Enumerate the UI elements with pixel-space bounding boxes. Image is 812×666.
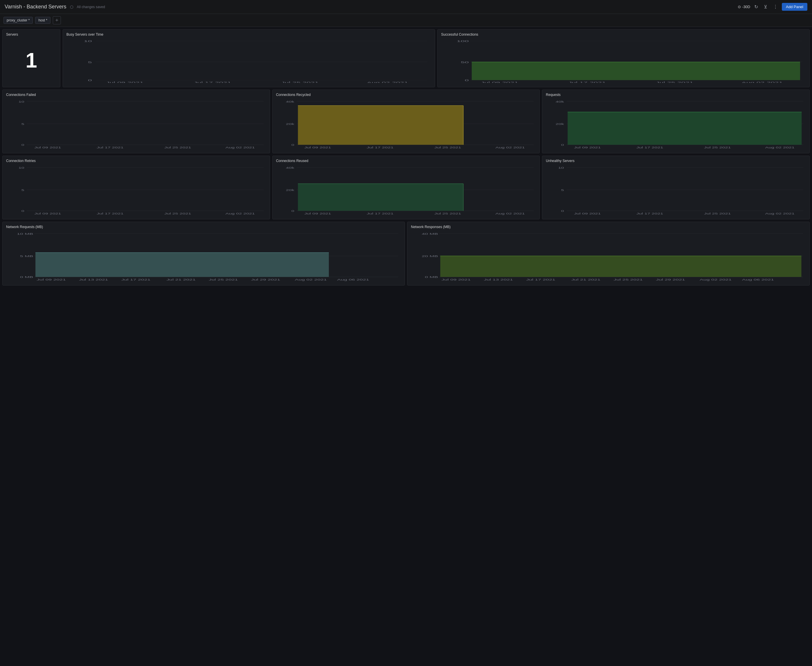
svg-text:10: 10 (18, 166, 24, 169)
svg-text:0 MB: 0 MB (20, 275, 33, 279)
refresh-button[interactable]: ↻ (752, 3, 760, 11)
svg-text:Jul 29 2021: Jul 29 2021 (656, 278, 685, 281)
plus-icon: + (55, 17, 59, 23)
svg-text:Aug 02 2021: Aug 02 2021 (495, 146, 525, 149)
svg-rect-16 (472, 62, 800, 80)
add-panel-button[interactable]: Add Panel (782, 3, 807, 11)
svg-rect-38 (298, 106, 463, 145)
svg-text:Jul 21 2021: Jul 21 2021 (167, 278, 196, 281)
svg-text:Jul 17 2021: Jul 17 2021 (637, 146, 663, 149)
connections-recycled-chart: 40k 20k 0 Jul 09 2021 Jul 17 2021 Jul 25… (276, 99, 536, 149)
svg-text:0: 0 (21, 209, 24, 213)
svg-text:Jul 09 2021: Jul 09 2021 (304, 212, 331, 215)
svg-text:Jul 17 2021: Jul 17 2021 (97, 146, 124, 149)
panel-busy-title: Busy Servers over Time (66, 33, 431, 36)
svg-text:Aug 02 2021: Aug 02 2021 (495, 212, 525, 215)
svg-text:Jul 25 2021: Jul 25 2021 (281, 81, 319, 83)
panel-unhealthy-servers: Unhealthy Servers 10 5 0 Jul 09 2021 Jul… (542, 156, 810, 219)
filter-proxy-cluster[interactable]: proxy_cluster * (3, 17, 33, 24)
svg-text:Jul 29 2021: Jul 29 2021 (251, 278, 280, 281)
svg-text:Jul 25 2021: Jul 25 2021 (164, 212, 191, 215)
more-options-button[interactable]: ⋮ (771, 3, 779, 11)
svg-rect-73 (298, 184, 463, 211)
network-responses-chart: 40 MB 20 MB 0 MB Jul 09 2021 Jul 13 2021… (411, 231, 806, 281)
panel-connections-recycled: Connections Recycled 40k 20k 0 Jul 09 20… (272, 89, 540, 153)
share-icon[interactable]: ⬡ (70, 5, 73, 9)
svg-text:40k: 40k (556, 100, 564, 103)
svg-text:Jul 25 2021: Jul 25 2021 (434, 146, 461, 149)
svg-rect-51 (568, 112, 802, 145)
svg-text:10: 10 (84, 40, 92, 43)
svg-text:Jul 21 2021: Jul 21 2021 (571, 278, 600, 281)
panel-cret-title: Connection Retries (6, 159, 266, 163)
time-range[interactable]: ⊙ -30D (738, 5, 750, 9)
successful-connections-chart: 100 50 0 Jul 09 2021 Jul 17 2021 Jul 25 … (441, 38, 806, 83)
panel-nresp-title: Network Responses (MB) (411, 225, 806, 229)
svg-text:50: 50 (461, 61, 469, 64)
svg-text:40k: 40k (286, 100, 294, 103)
svg-text:Jul 17 2021: Jul 17 2021 (637, 212, 663, 215)
panel-connection-retries: Connection Retries 10 5 0 Jul 09 2021 Ju… (2, 156, 270, 219)
svg-text:5: 5 (21, 122, 24, 125)
time-range-value: -30D (742, 5, 750, 9)
svg-text:0: 0 (21, 143, 24, 147)
svg-text:Aug 02 2021: Aug 02 2021 (225, 212, 255, 215)
svg-text:5: 5 (88, 61, 92, 64)
panel-busy-servers: Busy Servers over Time 10 5 0 Jul 09 202… (63, 29, 435, 87)
svg-text:20k: 20k (286, 122, 294, 125)
svg-text:0: 0 (561, 143, 564, 147)
panel-nr-title: Network Requests (MB) (6, 225, 401, 229)
svg-text:Aug 02 2021: Aug 02 2021 (225, 146, 255, 149)
panel-servers-title: Servers (6, 33, 56, 36)
panel-network-responses: Network Responses (MB) 40 MB 20 MB 0 MB … (407, 222, 810, 285)
row-4: Network Requests (MB) 10 MB 5 MB 0 MB Ju… (2, 222, 810, 285)
svg-text:Jul 09 2021: Jul 09 2021 (106, 81, 144, 83)
saved-status: All changes saved (77, 5, 734, 9)
svg-text:Jul 25 2021: Jul 25 2021 (164, 146, 191, 149)
unhealthy-servers-chart: 10 5 0 Jul 09 2021 Jul 17 2021 Jul 25 20… (546, 165, 806, 215)
svg-text:Jul 17 2021: Jul 17 2021 (367, 146, 394, 149)
svg-text:100: 100 (457, 40, 469, 43)
svg-text:0: 0 (465, 79, 469, 82)
svg-text:Jul 25 2021: Jul 25 2021 (209, 278, 238, 281)
svg-text:20k: 20k (286, 188, 294, 191)
panel-sc-title: Successful Connections (441, 33, 806, 36)
svg-text:40 MB: 40 MB (422, 232, 438, 235)
network-requests-chart: 10 MB 5 MB 0 MB Jul 09 2021 Jul 13 2021 … (6, 231, 401, 281)
svg-text:Jul 17 2021: Jul 17 2021 (367, 212, 394, 215)
filter-button[interactable]: ⊻ (762, 3, 769, 11)
svg-text:Jul 09 2021: Jul 09 2021 (36, 278, 66, 281)
add-filter-button[interactable]: + (53, 16, 61, 24)
svg-text:Jul 17 2021: Jul 17 2021 (568, 81, 606, 83)
toolbar: proxy_cluster * host * + (0, 14, 812, 27)
svg-text:Jul 25 2021: Jul 25 2021 (434, 212, 461, 215)
svg-text:Jul 25 2021: Jul 25 2021 (704, 212, 731, 215)
svg-text:Jul 09 2021: Jul 09 2021 (481, 81, 518, 83)
svg-text:10 MB: 10 MB (17, 232, 33, 235)
svg-text:Aug 06 2021: Aug 06 2021 (337, 278, 369, 281)
svg-text:Jul 17 2021: Jul 17 2021 (97, 212, 124, 215)
svg-text:Aug 02 2021: Aug 02 2021 (367, 81, 408, 83)
svg-text:Jul 09 2021: Jul 09 2021 (34, 212, 61, 215)
svg-text:Jul 17 2021: Jul 17 2021 (121, 278, 150, 281)
panel-connections-reused: Connections Reused 40k 20k 0 Jul 09 2021… (272, 156, 540, 219)
filter-host[interactable]: host * (35, 17, 50, 24)
svg-text:20 MB: 20 MB (422, 254, 438, 258)
connection-retries-chart: 10 5 0 Jul 09 2021 Jul 17 2021 Jul 25 20… (6, 165, 266, 215)
servers-value: 1 (6, 38, 56, 82)
svg-text:Aug 02 2021: Aug 02 2021 (700, 278, 732, 281)
svg-text:Jul 09 2021: Jul 09 2021 (574, 212, 601, 215)
clock-icon: ⊙ (738, 5, 741, 9)
panel-servers: Servers 1 (2, 29, 60, 87)
svg-text:40k: 40k (286, 166, 294, 169)
svg-text:0: 0 (561, 209, 564, 213)
svg-rect-96 (35, 252, 329, 277)
svg-text:Jul 09 2021: Jul 09 2021 (304, 146, 331, 149)
svg-text:Jul 13 2021: Jul 13 2021 (79, 278, 108, 281)
svg-text:Jul 09 2021: Jul 09 2021 (442, 278, 471, 281)
row-2: Connections Failed 10 5 0 Jul 09 2021 Ju… (2, 89, 810, 153)
connections-failed-chart: 10 5 0 Jul 09 2021 Jul 17 2021 Jul 25 20… (6, 99, 266, 149)
svg-text:Jul 09 2021: Jul 09 2021 (574, 146, 601, 149)
dashboard: Servers 1 Busy Servers over Time 10 5 0 … (0, 27, 812, 288)
panel-cr-title: Connections Recycled (276, 93, 536, 97)
